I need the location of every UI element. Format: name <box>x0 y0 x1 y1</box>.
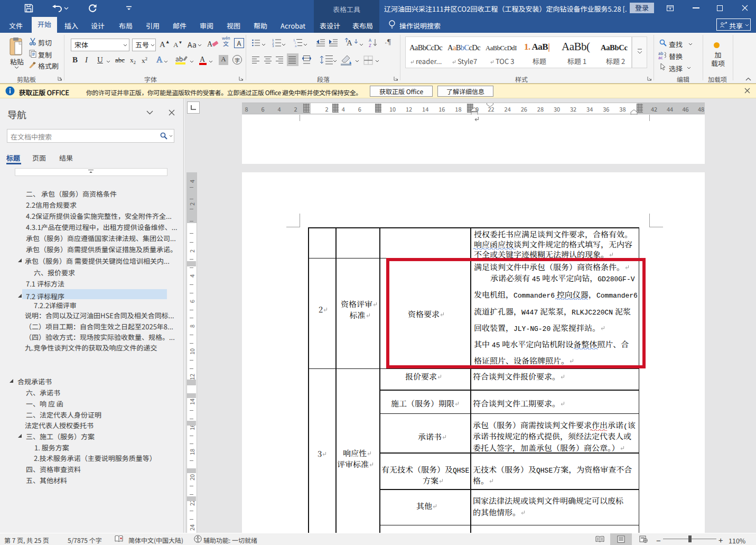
svg-text:3: 3 <box>272 43 274 47</box>
svg-text:A: A <box>347 39 352 47</box>
svg-text:ac: ac <box>658 54 663 59</box>
svg-text:A: A <box>200 56 206 63</box>
svg-text:a: a <box>295 43 296 48</box>
svg-text:Z: Z <box>369 42 371 48</box>
svg-text:ab: ab <box>175 55 183 63</box>
svg-text:A: A <box>207 40 213 48</box>
